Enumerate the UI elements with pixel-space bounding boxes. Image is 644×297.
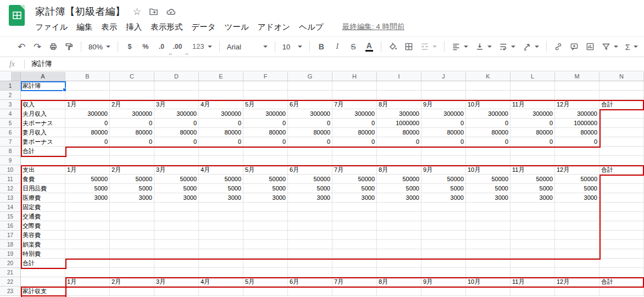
- cell-A19[interactable]: 特別費: [21, 249, 65, 259]
- cell-N19[interactable]: [599, 249, 644, 259]
- cell-A23[interactable]: 家計収支: [21, 287, 65, 296]
- cell-H7[interactable]: 0: [332, 137, 377, 147]
- cell-L19[interactable]: [510, 249, 555, 259]
- cell-B10[interactable]: 1月: [65, 165, 110, 175]
- cell-C3[interactable]: 2月: [110, 100, 154, 109]
- cell-H22[interactable]: 7月: [332, 277, 377, 287]
- cell-F10[interactable]: 5月: [243, 165, 288, 175]
- cell-G4[interactable]: 300000: [288, 109, 332, 119]
- cell-K22[interactable]: 10月: [466, 277, 510, 287]
- cell-C4[interactable]: 300000: [110, 109, 154, 119]
- cell-C20[interactable]: [110, 259, 154, 268]
- row-header-19[interactable]: 19: [0, 249, 21, 259]
- cell-M12[interactable]: 5000: [555, 184, 599, 193]
- cell-K21[interactable]: [466, 268, 510, 277]
- cell-D12[interactable]: 5000: [154, 184, 199, 193]
- italic-button[interactable]: I: [330, 40, 345, 54]
- cell-G18[interactable]: [288, 240, 332, 249]
- cell-I9[interactable]: [377, 156, 421, 165]
- cell-C16[interactable]: [110, 221, 154, 231]
- more-formats-button[interactable]: 123: [190, 40, 215, 54]
- cell-L12[interactable]: 5000: [510, 184, 555, 193]
- cell-E15[interactable]: [199, 212, 243, 221]
- cell-M20[interactable]: [555, 259, 599, 268]
- cell-C6[interactable]: 80000: [110, 128, 154, 137]
- cell-K4[interactable]: 300000: [466, 109, 510, 119]
- row-header-2[interactable]: 2: [0, 91, 21, 100]
- cell-M6[interactable]: 80000: [555, 128, 599, 137]
- cell-A14[interactable]: 固定費: [21, 203, 65, 212]
- cell-F5[interactable]: 0: [243, 119, 288, 128]
- row-header-18[interactable]: 18: [0, 240, 21, 249]
- cell-A15[interactable]: 交通費: [21, 212, 65, 221]
- cell-M16[interactable]: [555, 221, 599, 231]
- cell-C15[interactable]: [110, 212, 154, 221]
- cell-J12[interactable]: 5000: [421, 184, 466, 193]
- cell-B22[interactable]: 1月: [65, 277, 110, 287]
- cell-M1[interactable]: [555, 81, 599, 91]
- row-header-13[interactable]: 13: [0, 193, 21, 203]
- cell-N20[interactable]: [599, 259, 644, 268]
- cell-F7[interactable]: 0: [243, 137, 288, 147]
- cell-I23[interactable]: [377, 287, 421, 296]
- cell-J8[interactable]: [421, 147, 466, 156]
- cell-F22[interactable]: 5月: [243, 277, 288, 287]
- cell-F17[interactable]: [243, 231, 288, 240]
- functions-button[interactable]: Σ: [623, 40, 641, 54]
- cell-B19[interactable]: [65, 249, 110, 259]
- cell-E8[interactable]: [199, 147, 243, 156]
- cell-E10[interactable]: 4月: [199, 165, 243, 175]
- cell-K18[interactable]: [466, 240, 510, 249]
- horizontal-align-button[interactable]: [449, 40, 471, 54]
- cell-A21[interactable]: [21, 268, 65, 277]
- cell-L23[interactable]: [510, 287, 555, 296]
- row-header-17[interactable]: 17: [0, 231, 21, 240]
- menu-item-view[interactable]: 表示: [97, 22, 121, 32]
- cell-H18[interactable]: [332, 240, 377, 249]
- cell-K12[interactable]: 5000: [466, 184, 510, 193]
- col-header-M[interactable]: M: [555, 72, 599, 81]
- cell-K13[interactable]: 3000: [466, 193, 510, 203]
- row-header-14[interactable]: 14: [0, 203, 21, 212]
- cell-E5[interactable]: 0: [199, 119, 243, 128]
- borders-button[interactable]: [402, 40, 416, 54]
- cell-I8[interactable]: [377, 147, 421, 156]
- cell-G7[interactable]: 0: [288, 137, 332, 147]
- cell-G15[interactable]: [288, 212, 332, 221]
- cell-E18[interactable]: [199, 240, 243, 249]
- cell-E16[interactable]: [199, 221, 243, 231]
- cell-G16[interactable]: [288, 221, 332, 231]
- cell-J15[interactable]: [421, 212, 466, 221]
- last-edit-link[interactable]: 最終編集: 4 時間前: [342, 22, 404, 32]
- cell-H19[interactable]: [332, 249, 377, 259]
- cell-G22[interactable]: 6月: [288, 277, 332, 287]
- cell-B6[interactable]: 80000: [65, 128, 110, 137]
- cell-M11[interactable]: 50000: [555, 175, 599, 184]
- select-all-corner[interactable]: [0, 72, 21, 81]
- cell-I11[interactable]: 50000: [377, 175, 421, 184]
- cell-J14[interactable]: [421, 203, 466, 212]
- cell-C19[interactable]: [110, 249, 154, 259]
- cell-N17[interactable]: [599, 231, 644, 240]
- cell-J18[interactable]: [421, 240, 466, 249]
- menu-item-help[interactable]: ヘルプ: [295, 22, 328, 32]
- cell-E3[interactable]: 4月: [199, 100, 243, 109]
- cell-D21[interactable]: [154, 268, 199, 277]
- cell-J7[interactable]: 0: [421, 137, 466, 147]
- cell-B4[interactable]: 300000: [65, 109, 110, 119]
- cell-D9[interactable]: [154, 156, 199, 165]
- col-header-G[interactable]: G: [288, 72, 332, 81]
- cell-N5[interactable]: [599, 119, 644, 128]
- cell-H16[interactable]: [332, 221, 377, 231]
- cell-B11[interactable]: 50000: [65, 175, 110, 184]
- cell-L6[interactable]: 80000: [510, 128, 555, 137]
- cell-G11[interactable]: 50000: [288, 175, 332, 184]
- cell-B20[interactable]: [65, 259, 110, 268]
- document-title[interactable]: 家計簿【初級者編】: [35, 5, 125, 18]
- cell-E23[interactable]: [199, 287, 243, 296]
- cell-B15[interactable]: [65, 212, 110, 221]
- cell-J23[interactable]: [421, 287, 466, 296]
- insert-chart-button[interactable]: [583, 40, 597, 54]
- cell-I6[interactable]: 80000: [377, 128, 421, 137]
- cell-J1[interactable]: [421, 81, 466, 91]
